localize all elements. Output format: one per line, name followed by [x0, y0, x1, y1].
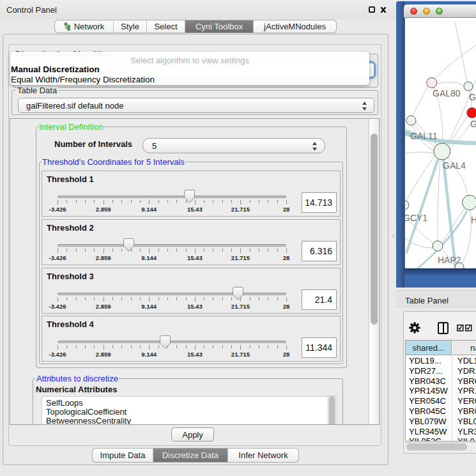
svg-text:G: G	[470, 119, 476, 129]
svg-text:H: H	[471, 215, 476, 225]
svg-text:GA: GA	[469, 92, 476, 102]
svg-text:HAP2: HAP2	[438, 255, 461, 265]
svg-text:GAL80: GAL80	[433, 88, 461, 98]
svg-text:GCY1: GCY1	[405, 213, 427, 223]
svg-text:GAL4: GAL4	[443, 160, 466, 171]
svg-text:GAL11: GAL11	[410, 131, 438, 141]
